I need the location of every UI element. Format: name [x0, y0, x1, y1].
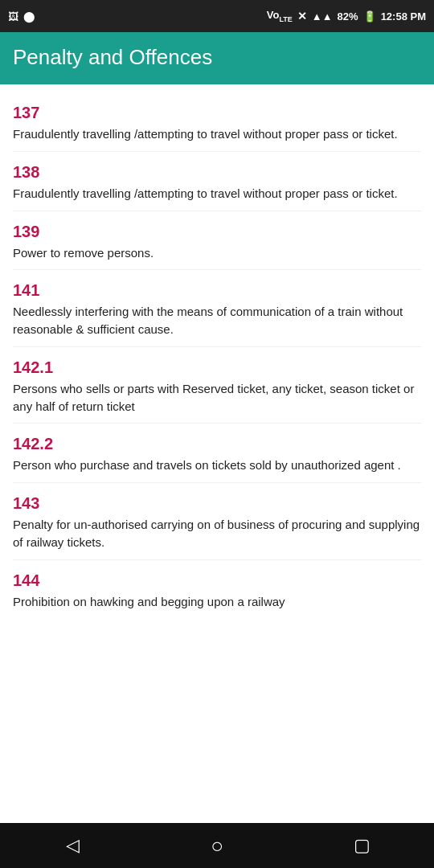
list-item[interactable]: 142.1Persons who sells or parts with Res…	[13, 347, 421, 424]
signal-bars: ▲▲	[312, 10, 333, 23]
section-number: 144	[13, 571, 421, 590]
status-bar: 🖼 ⬤ VoLTE ✕ ▲▲ 82% 🔋 12:58 PM	[0, 0, 434, 32]
time: 12:58 PM	[381, 10, 426, 23]
section-description: Fraudulently travelling /attempting to t…	[13, 125, 421, 143]
battery-level: 82%	[338, 10, 358, 23]
bottom-navigation	[0, 823, 434, 868]
section-number: 142.2	[13, 435, 421, 453]
section-number: 141	[13, 281, 421, 300]
battery-icon: 🔋	[363, 10, 376, 23]
section-number: 137	[13, 104, 421, 122]
gallery-icon: 🖼	[8, 10, 18, 23]
section-description: Fraudulently travelling /attempting to t…	[13, 185, 421, 203]
section-number: 139	[13, 223, 421, 241]
list-item[interactable]: 144Prohibition on hawking and begging up…	[13, 560, 421, 619]
recents-button[interactable]	[338, 835, 386, 856]
content-area: 137Fraudulently travelling /attempting t…	[0, 84, 434, 634]
section-description: Penalty for un-authorised carrying on of…	[13, 516, 421, 551]
home-button[interactable]	[193, 833, 241, 858]
section-number: 138	[13, 163, 421, 182]
status-left-icons: 🖼 ⬤	[8, 10, 35, 23]
list-item[interactable]: 141Needlessly interfering with the means…	[13, 270, 421, 347]
list-item[interactable]: 143Penalty for un-authorised carrying on…	[13, 483, 421, 560]
list-item[interactable]: 138Fraudulently travelling /attempting t…	[13, 152, 421, 211]
list-item[interactable]: 139Power to remove persons.	[13, 211, 421, 271]
section-description: Person who purchase and travels on ticke…	[13, 457, 421, 474]
page-title: Penalty and Offences	[13, 45, 421, 70]
section-description: Prohibition on hawking and begging upon …	[13, 593, 421, 611]
section-number: 143	[13, 494, 421, 513]
back-button[interactable]	[48, 835, 96, 856]
section-description: Power to remove persons.	[13, 244, 421, 262]
section-number: 142.1	[13, 358, 421, 377]
status-right-info: VoLTE ✕ ▲▲ 82% 🔋 12:58 PM	[267, 9, 426, 23]
page-header: Penalty and Offences	[0, 32, 434, 84]
signal-x: ✕	[297, 10, 307, 23]
list-item[interactable]: 137Fraudulently travelling /attempting t…	[13, 92, 421, 152]
circle-icon: ⬤	[23, 10, 35, 23]
section-description: Needlessly interfering with the means of…	[13, 303, 421, 338]
section-description: Persons who sells or parts with Reserved…	[13, 380, 421, 416]
list-item[interactable]: 142.2Person who purchase and travels on …	[13, 424, 421, 483]
signal-volte: VoLTE	[267, 9, 293, 23]
